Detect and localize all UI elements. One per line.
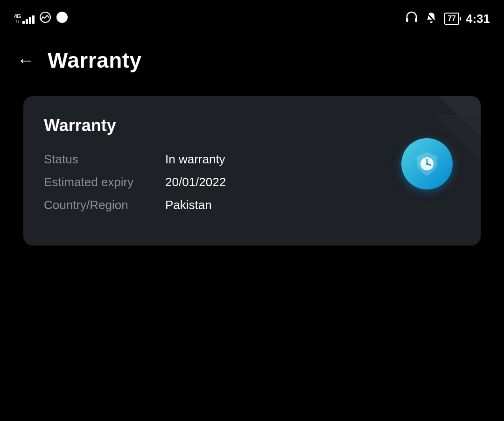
page-header: ← Warranty [0, 34, 504, 91]
svg-rect-2 [406, 18, 408, 22]
svg-point-10 [426, 163, 428, 165]
chat-icon [56, 11, 68, 26]
svg-rect-3 [415, 18, 417, 22]
page-title: Warranty [48, 48, 142, 73]
battery-indicator: 77 [444, 13, 459, 25]
status-right: 77 4:31 [405, 11, 490, 26]
expiry-label: Estimated expiry [44, 175, 156, 189]
region-value: Pakistan [165, 198, 212, 212]
back-button[interactable]: ← [17, 51, 35, 69]
signal-bars [22, 14, 35, 24]
bell-muted-icon [425, 11, 438, 26]
network-icon: 4G ↑↓ [14, 14, 35, 24]
card-title: Warranty [44, 116, 460, 135]
warranty-icon [401, 138, 453, 189]
clock: 4:31 [466, 12, 490, 26]
region-row: Country/Region Pakistan [44, 198, 460, 212]
expiry-row: Estimated expiry 20/01/2022 [44, 175, 460, 189]
status-left: 4G ↑↓ [14, 11, 68, 26]
expiry-value: 20/01/2022 [165, 175, 226, 189]
warranty-card: Warranty Status In warranty Estimated ex… [23, 96, 481, 246]
svg-point-1 [56, 12, 68, 23]
messenger-icon [39, 11, 51, 26]
status-row: Status In warranty [44, 152, 460, 167]
status-label: Status [44, 152, 156, 167]
headphone-icon [405, 11, 418, 26]
status-value: In warranty [165, 152, 225, 167]
battery-box: 77 [444, 13, 459, 25]
battery-level: 77 [448, 14, 456, 23]
region-label: Country/Region [44, 198, 156, 212]
status-bar: 4G ↑↓ [0, 0, 504, 34]
